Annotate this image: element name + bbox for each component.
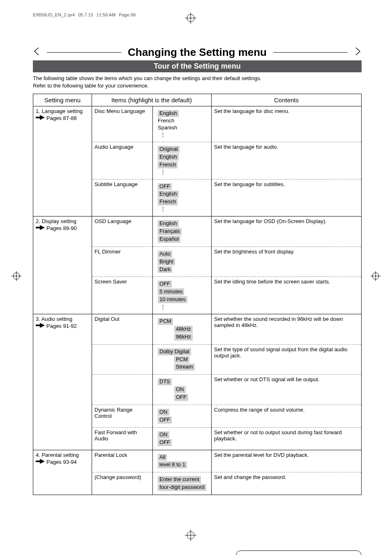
content-cell: Set whether or not to output sound durin… <box>212 427 362 450</box>
value-option: Enter the current <box>158 476 201 483</box>
header-filename: E9656UD_EN_2.qx4 <box>33 12 75 17</box>
pages-text: Pages 91-92 <box>46 323 77 329</box>
arrow-right-icon <box>36 323 45 329</box>
pages-text: Pages 87-88 <box>46 115 77 121</box>
value-option: English <box>158 191 179 198</box>
value-option: Dark <box>158 266 172 273</box>
value-option: OFF <box>158 281 172 288</box>
page-title: Changing the Setting menu <box>126 46 268 59</box>
chevron-left-icon <box>33 47 42 58</box>
value-option: OFF <box>158 417 172 424</box>
item-cell: Disc Menu Language <box>92 106 153 142</box>
values-cell: OFF5 minutes10 minutes⋮ <box>153 277 212 314</box>
content-cell: Set the brightness of front display. <box>212 246 362 277</box>
content-cell: Set the idling time before the screen sa… <box>212 277 362 314</box>
item-cell <box>92 375 153 405</box>
values-cell: Alllevel 8 to 1 <box>153 450 212 472</box>
values-cell: AutoBrightDark <box>153 246 212 277</box>
value-option: French <box>158 161 178 168</box>
value-option: 5 minutes <box>158 288 184 295</box>
section-title: 2. Display setting <box>36 218 89 224</box>
item-cell: Digital Out <box>92 314 153 344</box>
content-cell: Compress the range of sound volume. <box>212 405 362 427</box>
arrow-right-icon <box>36 115 45 121</box>
section-title: 4. Parental setting <box>36 452 89 458</box>
item-cell: Fast Forward with Audio <box>92 427 153 450</box>
value-option: French <box>158 117 206 124</box>
value-option: OFF <box>158 183 172 190</box>
value-option: Auto <box>158 251 172 258</box>
value-option: level 8 to 1 <box>158 461 187 468</box>
vertical-ellipsis-icon: ⋮ <box>158 206 206 213</box>
item-cell: Screen Saver <box>92 277 153 314</box>
value-option: DTS <box>158 378 172 385</box>
th-items: Items (highlight is the default) <box>92 94 212 106</box>
value-option: English <box>158 110 179 117</box>
vertical-ellipsis-icon: ⋮ <box>158 169 206 176</box>
intro-line-1: The following table shows the items whic… <box>33 75 362 82</box>
value-option: ON <box>174 386 186 393</box>
content-cell: Set the language for OSD (On-Screen Disp… <box>212 216 362 247</box>
content-cell: Set whether or not DTS signal will be ou… <box>212 375 362 405</box>
content-cell: Set the language for disc menu. <box>212 106 362 142</box>
item-cell: FL Dimmer <box>92 246 153 277</box>
setting-menu-cell: 2. Display settingPages 89-90 <box>33 216 92 314</box>
values-cell: ONOFF <box>153 427 212 450</box>
value-option: English <box>158 220 179 227</box>
item-cell: OSD Language <box>92 216 153 247</box>
content-cell: Set the language for audio. <box>212 142 362 179</box>
values-cell: PCM48kHz96kHz <box>153 314 212 344</box>
item-cell: Audio Language <box>92 142 153 179</box>
chevron-right-icon <box>353 47 362 58</box>
pages-text: Pages 89-90 <box>46 225 77 231</box>
value-option: OFF <box>174 394 188 401</box>
pages-link: Pages 91-92 <box>36 323 89 329</box>
intro-text: The following table shows the items whic… <box>33 75 362 90</box>
file-header: E9656UD_EN_2.qx4 05.7.15 11:58 AM Page 8… <box>33 12 362 17</box>
registration-mark-bottom <box>185 530 196 543</box>
item-cell: Parental Lock <box>92 450 153 472</box>
section-title: 1. Language setting <box>36 108 89 114</box>
values-cell: OFFEnglishFrench⋮ <box>153 179 212 216</box>
value-option: Français <box>158 228 182 235</box>
value-option: French <box>158 198 178 205</box>
content-cell: Set whether the sound recorded in 96kHz … <box>212 314 362 344</box>
table-row: 2. Display settingPages 89-90OSD Languag… <box>33 216 362 247</box>
table-row: 1. Language settingPages 87-88Disc Menu … <box>33 106 362 142</box>
value-option: Español <box>158 236 180 243</box>
values-cell: Dolby DigitalPCMStream <box>153 344 212 375</box>
value-option: PCM <box>158 318 173 325</box>
values-cell: EnglishFrenchSpanish⋮ <box>153 106 212 142</box>
header-time: 11:58 AM <box>97 12 115 17</box>
section-title: 3. Audio setting <box>36 316 89 322</box>
content-cell: Set the language for subtitles. <box>212 179 362 216</box>
value-option: Stream <box>174 364 195 371</box>
value-option: ON <box>158 409 169 416</box>
values-cell: DTSONOFF <box>153 375 212 405</box>
content-cell: Set and change the password. <box>212 472 362 495</box>
vertical-ellipsis-icon: ⋮ <box>158 304 206 311</box>
values-cell: OriginalEnglishFrench⋮ <box>153 142 212 179</box>
item-cell: (Change password) <box>92 472 153 495</box>
pages-text: Pages 93-94 <box>46 459 77 465</box>
item-cell <box>92 344 153 375</box>
section-subtitle: Tour of the Setting menu <box>33 60 362 72</box>
arrow-right-icon <box>36 225 45 231</box>
note-box: Note • • • • • • • • • • • • • • • • • •… <box>236 550 362 555</box>
content-cell: Set the type of sound signal output from… <box>212 344 362 375</box>
content-cell: Set the parental level for DVD playback. <box>212 450 362 472</box>
table-row: 4. Parental settingPages 93-94Parental L… <box>33 450 362 472</box>
setting-menu-cell: 4. Parental settingPages 93-94 <box>33 450 92 495</box>
title-row: Changing the Setting menu <box>33 46 362 59</box>
th-contents: Contents <box>212 94 362 106</box>
vertical-ellipsis-icon: ⋮ <box>158 131 206 138</box>
intro-line-2: Refer to the following table for your co… <box>33 82 362 90</box>
setting-menu-cell: 3. Audio settingPages 91-92 <box>33 314 92 450</box>
pages-link: Pages 93-94 <box>36 459 89 465</box>
value-option: ON <box>158 431 169 438</box>
values-cell: EnglishFrançaisEspañol <box>153 216 212 247</box>
value-option: All <box>158 454 167 461</box>
item-cell: Subtitle Language <box>92 179 153 216</box>
value-option: 10 minutes <box>158 296 187 303</box>
setting-menu-cell: 1. Language settingPages 87-88 <box>33 106 92 216</box>
